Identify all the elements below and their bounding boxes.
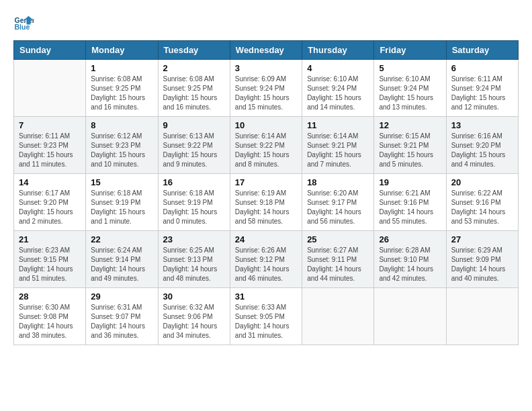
calendar-cell: 3Sunrise: 6:09 AM Sunset: 9:24 PM Daylig… xyxy=(230,60,302,117)
day-info: Sunrise: 6:21 AM Sunset: 9:16 PM Dayligh… xyxy=(379,189,441,226)
calendar-cell xyxy=(14,60,86,117)
calendar-cell: 7Sunrise: 6:11 AM Sunset: 9:23 PM Daylig… xyxy=(14,117,86,174)
day-number: 15 xyxy=(91,177,152,187)
day-header-thursday: Thursday xyxy=(302,41,374,60)
day-number: 11 xyxy=(307,120,369,130)
day-info: Sunrise: 6:12 AM Sunset: 9:23 PM Dayligh… xyxy=(91,132,152,169)
calendar-cell: 13Sunrise: 6:16 AM Sunset: 9:20 PM Dayli… xyxy=(446,117,518,174)
calendar-week-3: 14Sunrise: 6:17 AM Sunset: 9:20 PM Dayli… xyxy=(14,174,519,231)
day-info: Sunrise: 6:24 AM Sunset: 9:14 PM Dayligh… xyxy=(91,246,152,283)
day-number: 18 xyxy=(307,177,369,187)
day-number: 2 xyxy=(163,63,225,73)
day-info: Sunrise: 6:26 AM Sunset: 9:12 PM Dayligh… xyxy=(235,246,297,283)
calendar-cell: 22Sunrise: 6:24 AM Sunset: 9:14 PM Dayli… xyxy=(86,231,158,288)
day-number: 28 xyxy=(19,291,81,302)
calendar-cell xyxy=(302,288,374,345)
day-header-sunday: Sunday xyxy=(14,41,86,60)
calendar-cell: 5Sunrise: 6:10 AM Sunset: 9:24 PM Daylig… xyxy=(374,60,446,117)
day-number: 25 xyxy=(307,234,369,244)
day-info: Sunrise: 6:08 AM Sunset: 9:25 PM Dayligh… xyxy=(163,75,225,112)
day-number: 17 xyxy=(235,177,297,187)
day-info: Sunrise: 6:27 AM Sunset: 9:11 PM Dayligh… xyxy=(307,246,369,283)
logo-icon: General Blue xyxy=(13,13,34,34)
day-number: 5 xyxy=(379,63,441,73)
day-header-monday: Monday xyxy=(86,41,158,60)
day-number: 31 xyxy=(235,291,297,302)
calendar-cell: 26Sunrise: 6:28 AM Sunset: 9:10 PM Dayli… xyxy=(374,231,446,288)
day-info: Sunrise: 6:15 AM Sunset: 9:21 PM Dayligh… xyxy=(379,132,441,169)
day-number: 21 xyxy=(19,234,81,244)
calendar-cell: 21Sunrise: 6:23 AM Sunset: 9:15 PM Dayli… xyxy=(14,231,86,288)
day-info: Sunrise: 6:28 AM Sunset: 9:10 PM Dayligh… xyxy=(379,246,441,283)
day-number: 6 xyxy=(451,63,513,73)
calendar-cell: 10Sunrise: 6:14 AM Sunset: 9:22 PM Dayli… xyxy=(230,117,302,174)
day-info: Sunrise: 6:29 AM Sunset: 9:09 PM Dayligh… xyxy=(451,246,513,283)
calendar-cell: 8Sunrise: 6:12 AM Sunset: 9:23 PM Daylig… xyxy=(86,117,158,174)
day-header-tuesday: Tuesday xyxy=(158,41,230,60)
calendar-cell: 1Sunrise: 6:08 AM Sunset: 9:25 PM Daylig… xyxy=(86,60,158,117)
day-info: Sunrise: 6:14 AM Sunset: 9:21 PM Dayligh… xyxy=(307,132,369,169)
day-info: Sunrise: 6:08 AM Sunset: 9:25 PM Dayligh… xyxy=(91,75,152,112)
day-header-wednesday: Wednesday xyxy=(230,41,302,60)
calendar-cell: 9Sunrise: 6:13 AM Sunset: 9:22 PM Daylig… xyxy=(158,117,230,174)
day-header-friday: Friday xyxy=(374,41,446,60)
calendar-table: SundayMondayTuesdayWednesdayThursdayFrid… xyxy=(13,40,519,345)
day-info: Sunrise: 6:23 AM Sunset: 9:15 PM Dayligh… xyxy=(19,246,81,283)
day-number: 8 xyxy=(91,120,152,130)
calendar-cell: 2Sunrise: 6:08 AM Sunset: 9:25 PM Daylig… xyxy=(158,60,230,117)
calendar-cell: 15Sunrise: 6:18 AM Sunset: 9:19 PM Dayli… xyxy=(86,174,158,231)
day-info: Sunrise: 6:22 AM Sunset: 9:16 PM Dayligh… xyxy=(451,189,513,226)
day-number: 12 xyxy=(379,120,441,130)
day-info: Sunrise: 6:11 AM Sunset: 9:24 PM Dayligh… xyxy=(451,75,513,112)
calendar-cell: 6Sunrise: 6:11 AM Sunset: 9:24 PM Daylig… xyxy=(446,60,518,117)
day-info: Sunrise: 6:32 AM Sunset: 9:06 PM Dayligh… xyxy=(163,303,225,340)
day-number: 20 xyxy=(451,177,513,187)
day-number: 27 xyxy=(451,234,513,244)
day-info: Sunrise: 6:09 AM Sunset: 9:24 PM Dayligh… xyxy=(235,75,297,112)
calendar-week-1: 1Sunrise: 6:08 AM Sunset: 9:25 PM Daylig… xyxy=(14,60,519,117)
calendar-cell: 14Sunrise: 6:17 AM Sunset: 9:20 PM Dayli… xyxy=(14,174,86,231)
day-number: 24 xyxy=(235,234,297,244)
logo: General Blue xyxy=(13,13,36,34)
calendar-cell: 24Sunrise: 6:26 AM Sunset: 9:12 PM Dayli… xyxy=(230,231,302,288)
day-info: Sunrise: 6:16 AM Sunset: 9:20 PM Dayligh… xyxy=(451,132,513,169)
day-number: 29 xyxy=(91,291,152,302)
day-number: 22 xyxy=(91,234,152,244)
calendar-week-4: 21Sunrise: 6:23 AM Sunset: 9:15 PM Dayli… xyxy=(14,231,519,288)
day-number: 23 xyxy=(163,234,225,244)
day-number: 10 xyxy=(235,120,297,130)
calendar-cell: 17Sunrise: 6:19 AM Sunset: 9:18 PM Dayli… xyxy=(230,174,302,231)
calendar-cell: 16Sunrise: 6:18 AM Sunset: 9:19 PM Dayli… xyxy=(158,174,230,231)
day-info: Sunrise: 6:17 AM Sunset: 9:20 PM Dayligh… xyxy=(19,189,81,226)
day-info: Sunrise: 6:14 AM Sunset: 9:22 PM Dayligh… xyxy=(235,132,297,169)
calendar-cell: 18Sunrise: 6:20 AM Sunset: 9:17 PM Dayli… xyxy=(302,174,374,231)
day-info: Sunrise: 6:10 AM Sunset: 9:24 PM Dayligh… xyxy=(379,75,441,112)
day-number: 26 xyxy=(379,234,441,244)
calendar-cell: 12Sunrise: 6:15 AM Sunset: 9:21 PM Dayli… xyxy=(374,117,446,174)
day-info: Sunrise: 6:33 AM Sunset: 9:05 PM Dayligh… xyxy=(235,303,297,340)
day-info: Sunrise: 6:25 AM Sunset: 9:13 PM Dayligh… xyxy=(163,246,225,283)
day-number: 1 xyxy=(91,63,152,73)
calendar-week-5: 28Sunrise: 6:30 AM Sunset: 9:08 PM Dayli… xyxy=(14,288,519,345)
day-number: 9 xyxy=(163,120,225,130)
day-info: Sunrise: 6:18 AM Sunset: 9:19 PM Dayligh… xyxy=(91,189,152,226)
calendar-week-2: 7Sunrise: 6:11 AM Sunset: 9:23 PM Daylig… xyxy=(14,117,519,174)
page-header: General Blue xyxy=(13,13,519,34)
calendar-header-row: SundayMondayTuesdayWednesdayThursdayFrid… xyxy=(14,41,519,60)
day-info: Sunrise: 6:13 AM Sunset: 9:22 PM Dayligh… xyxy=(163,132,225,169)
day-number: 30 xyxy=(163,291,225,302)
calendar-cell: 29Sunrise: 6:31 AM Sunset: 9:07 PM Dayli… xyxy=(86,288,158,345)
calendar-cell: 27Sunrise: 6:29 AM Sunset: 9:09 PM Dayli… xyxy=(446,231,518,288)
day-number: 16 xyxy=(163,177,225,187)
calendar-cell xyxy=(446,288,518,345)
calendar-cell: 19Sunrise: 6:21 AM Sunset: 9:16 PM Dayli… xyxy=(374,174,446,231)
calendar-cell: 25Sunrise: 6:27 AM Sunset: 9:11 PM Dayli… xyxy=(302,231,374,288)
day-header-saturday: Saturday xyxy=(446,41,518,60)
calendar-cell xyxy=(374,288,446,345)
day-info: Sunrise: 6:18 AM Sunset: 9:19 PM Dayligh… xyxy=(163,189,225,226)
day-info: Sunrise: 6:19 AM Sunset: 9:18 PM Dayligh… xyxy=(235,189,297,226)
day-number: 7 xyxy=(19,120,81,130)
day-number: 4 xyxy=(307,63,369,73)
calendar-cell: 31Sunrise: 6:33 AM Sunset: 9:05 PM Dayli… xyxy=(230,288,302,345)
calendar-cell: 23Sunrise: 6:25 AM Sunset: 9:13 PM Dayli… xyxy=(158,231,230,288)
